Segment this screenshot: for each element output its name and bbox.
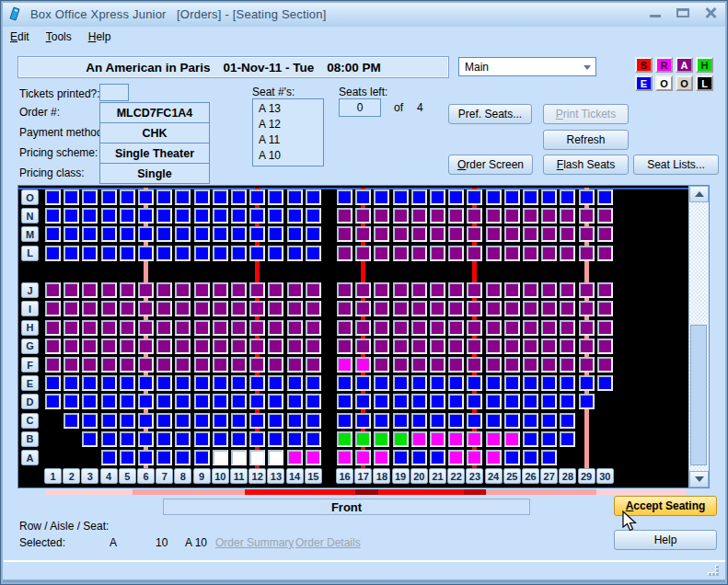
seat-E27[interactable] [541,375,557,391]
seat-E24[interactable] [486,375,502,391]
seat-H8[interactable] [175,320,191,336]
seat-M21[interactable] [430,226,445,242]
seat-N4[interactable] [101,208,117,224]
seat-E16[interactable] [337,375,352,391]
row-label-L[interactable]: L [21,246,39,261]
seat-L11[interactable] [231,246,247,261]
seat-I1[interactable] [45,301,61,316]
seat-G25[interactable] [504,338,520,354]
seat-J22[interactable] [448,282,464,298]
seat-E21[interactable] [430,375,445,391]
seat-E13[interactable] [268,375,283,391]
seat-F17[interactable] [355,357,371,373]
seat-N29[interactable] [579,208,595,224]
col-button-23[interactable]: 23 [466,468,483,484]
seat-M26[interactable] [523,226,538,242]
seat-N28[interactable] [560,208,575,224]
seat-N27[interactable] [541,208,557,224]
seat-C14[interactable] [287,413,303,429]
seat-G10[interactable] [213,338,228,354]
seat-F11[interactable] [231,357,247,373]
seat-J19[interactable] [393,282,409,298]
seat-F28[interactable] [560,357,575,373]
seat-D13[interactable] [268,394,283,409]
col-button-21[interactable]: 21 [429,468,446,484]
seat-I2[interactable] [64,301,79,316]
seat-B12[interactable] [249,431,265,447]
seat-B24[interactable] [486,431,502,447]
seat-O19[interactable] [393,189,409,205]
row-label-B[interactable]: B [21,431,39,447]
seat-J16[interactable] [337,282,352,298]
seat-H13[interactable] [268,320,283,336]
seat-J25[interactable] [504,282,520,298]
seat-A13[interactable] [268,450,283,465]
seat-M11[interactable] [231,226,247,242]
seat-D15[interactable] [306,394,321,409]
seat-A10[interactable] [213,450,228,465]
seat-A22[interactable] [448,450,464,465]
seat-H22[interactable] [448,320,464,336]
seat-G1[interactable] [45,338,61,354]
seat-E1[interactable] [45,375,61,391]
seat-I4[interactable] [101,301,117,316]
minimize-icon[interactable] [648,6,663,19]
seat-M7[interactable] [156,226,172,242]
seat-A17[interactable] [355,450,371,465]
seat-J28[interactable] [560,282,575,298]
row-label-F[interactable]: F [21,357,39,373]
seat-I9[interactable] [194,301,210,316]
seat-D9[interactable] [194,394,210,409]
seat-G19[interactable] [393,338,409,354]
seat-G12[interactable] [249,338,265,354]
seat-C15[interactable] [306,413,321,429]
col-button-18[interactable]: 18 [373,468,390,484]
col-button-27[interactable]: 27 [540,468,558,484]
pref-seats-button[interactable]: Pref. Seats... [448,104,532,124]
seat-N23[interactable] [467,208,482,224]
seat-J13[interactable] [268,282,283,298]
seat-J2[interactable] [64,282,79,298]
seat-H12[interactable] [249,320,265,336]
menu-item-help[interactable]: Help [88,30,111,43]
col-button-11[interactable]: 11 [230,468,248,484]
col-button-25[interactable]: 25 [503,468,521,484]
seat-E4[interactable] [101,375,117,391]
seat-M13[interactable] [268,226,283,242]
col-button-13[interactable]: 13 [267,468,284,484]
seat-O29[interactable] [579,189,595,205]
seat-N6[interactable] [138,208,154,224]
seat-E8[interactable] [175,375,191,391]
seat-L15[interactable] [306,246,321,261]
seat-M12[interactable] [249,226,265,242]
col-button-24[interactable]: 24 [485,468,503,484]
legend-swatch-s-0[interactable]: S [635,57,653,73]
row-label-O[interactable]: O [21,189,39,205]
seat-N3[interactable] [82,208,98,224]
col-button-19[interactable]: 19 [392,468,410,484]
seat-N19[interactable] [393,208,409,224]
seat-I21[interactable] [430,301,445,316]
seat-C6[interactable] [138,413,154,429]
seat-J27[interactable] [541,282,557,298]
seat-E10[interactable] [213,375,228,391]
seat-B16[interactable] [337,431,352,447]
seat-I16[interactable] [337,301,352,316]
seat-L27[interactable] [541,246,557,261]
seat-N8[interactable] [175,208,191,224]
seat-M25[interactable] [504,226,520,242]
seat-E23[interactable] [467,375,482,391]
seat-A6[interactable] [138,450,154,465]
seat-H14[interactable] [287,320,303,336]
seat-F1[interactable] [45,357,61,373]
seat-C13[interactable] [268,413,283,429]
seat-L4[interactable] [101,246,117,261]
seat-M19[interactable] [393,226,409,242]
seat-O18[interactable] [374,189,389,205]
seat-C16[interactable] [337,413,352,429]
seat-N10[interactable] [213,208,228,224]
seat-C9[interactable] [194,413,210,429]
seat-H4[interactable] [101,320,117,336]
seat-F13[interactable] [268,357,283,373]
seat-L21[interactable] [430,246,445,261]
